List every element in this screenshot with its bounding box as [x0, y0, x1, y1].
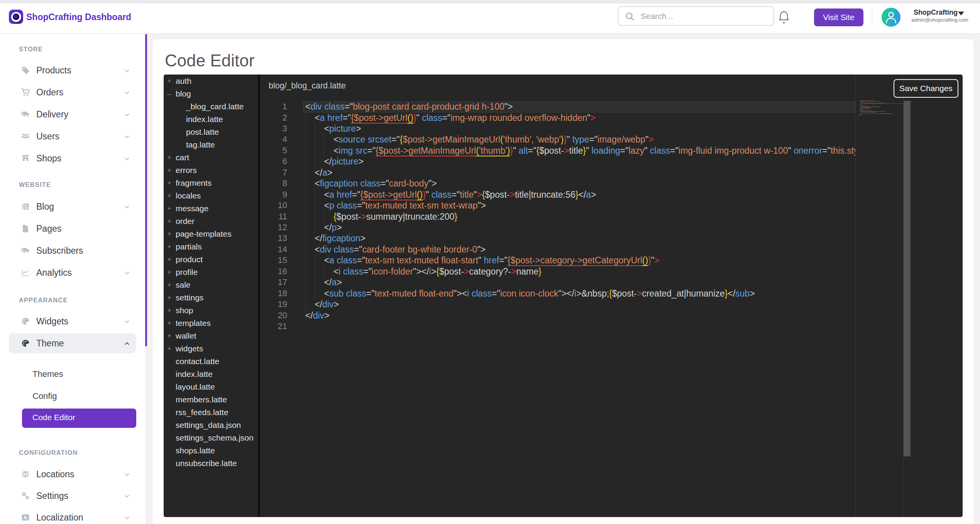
svg-text:z: z	[26, 517, 28, 520]
